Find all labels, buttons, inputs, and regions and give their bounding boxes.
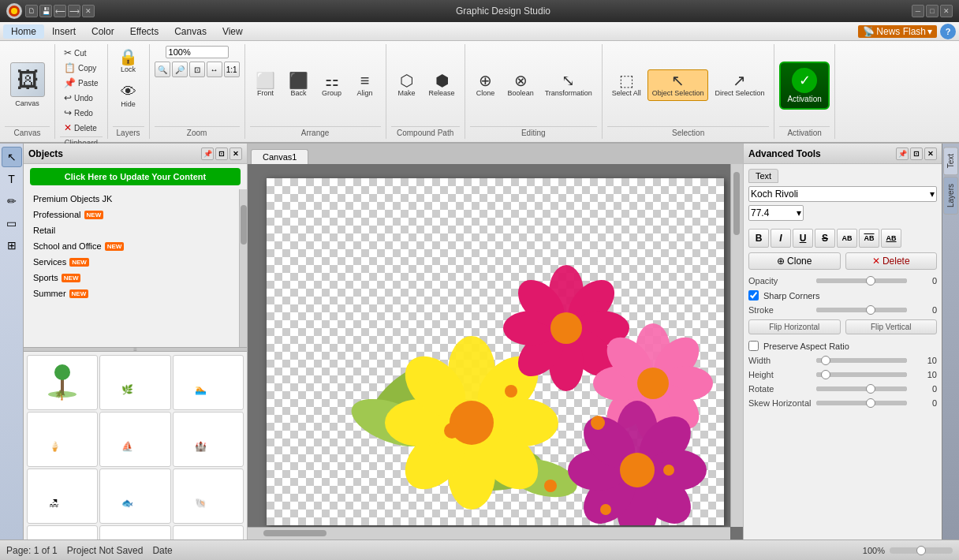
bold-button[interactable]: B: [748, 229, 769, 248]
preserve-aspect-label[interactable]: Preserve Aspect Ratio: [763, 342, 849, 351]
activation-button[interactable]: ✓ Activation: [779, 62, 829, 110]
group-button[interactable]: ⚏ Group: [316, 69, 348, 101]
delete-action-button[interactable]: ✕ Delete: [845, 252, 938, 270]
menu-insert[interactable]: Insert: [44, 24, 84, 39]
sidebar-tab-layers[interactable]: Layers: [943, 177, 958, 215]
caps-button[interactable]: AB: [881, 229, 901, 248]
flip-horizontal-button[interactable]: Flip Horizontal: [748, 319, 841, 334]
rotate-slider[interactable]: [816, 386, 907, 391]
stroke-slider[interactable]: [816, 308, 907, 312]
menu-color[interactable]: Color: [84, 24, 122, 39]
panel-pin-button[interactable]: 📌: [201, 147, 214, 160]
lock-button[interactable]: 🔒 Lock: [113, 46, 144, 77]
thumbnail-item[interactable]: 🏰: [173, 412, 244, 467]
flip-vertical-button[interactable]: Flip Vertical: [845, 319, 938, 334]
window-controls[interactable]: ─ □ ✕: [912, 5, 953, 17]
design-canvas[interactable]: [267, 178, 724, 525]
menu-canvas[interactable]: Canvas: [166, 24, 215, 39]
cut-button[interactable]: ✂ Cut: [60, 46, 91, 60]
list-item[interactable]: Sports NEW: [24, 270, 247, 286]
redo-button[interactable]: ↪ Redo: [60, 106, 97, 120]
undo-button[interactable]: ↩ Undo: [60, 91, 97, 105]
hide-button[interactable]: 👁 Hide: [113, 80, 144, 112]
list-item[interactable]: School and Office NEW: [24, 238, 247, 254]
window-btn[interactable]: 💾: [39, 5, 52, 17]
release-button[interactable]: ⬢ Release: [424, 69, 460, 101]
zoom-status-slider[interactable]: [890, 547, 953, 554]
panel-close-button[interactable]: ✕: [924, 147, 937, 160]
canvas-tab[interactable]: Canvas1: [251, 149, 308, 164]
thumbnail-item[interactable]: 🦪: [99, 525, 170, 539]
height-slider[interactable]: [816, 372, 907, 377]
thumbnail-item[interactable]: 🐚: [27, 525, 98, 539]
window-btn[interactable]: ⟵: [54, 5, 66, 17]
panel-close-button[interactable]: ✕: [229, 147, 242, 160]
list-item[interactable]: Retail: [24, 222, 247, 238]
window-btn[interactable]: ✕: [82, 5, 95, 17]
strikethrough-button[interactable]: S: [815, 229, 835, 248]
front-button[interactable]: ⬜ Front: [250, 69, 282, 101]
window-btn[interactable]: 🗋: [25, 5, 38, 17]
zoom-in-button[interactable]: 🔍: [155, 62, 170, 77]
menu-view[interactable]: View: [215, 24, 251, 39]
paste-button[interactable]: 📌 Paste: [60, 76, 103, 90]
thumbnail-item[interactable]: 🏖: [27, 469, 98, 524]
list-item[interactable]: Summer NEW: [24, 286, 247, 301]
select-all-button[interactable]: ⬚ Select All: [607, 69, 646, 101]
skew-h-slider[interactable]: [816, 401, 907, 405]
zoom-fit-button[interactable]: ⊡: [189, 62, 205, 77]
vertical-scrollbar[interactable]: [730, 164, 743, 527]
sidebar-shape-tool[interactable]: ▭: [2, 213, 22, 233]
close-button[interactable]: ✕: [940, 5, 953, 17]
sidebar-select-tool[interactable]: ↖: [2, 147, 22, 167]
zoom-100-button[interactable]: 1:1: [224, 62, 240, 77]
make-button[interactable]: ⬡ Make: [391, 69, 423, 101]
sidebar-text-tool[interactable]: T: [2, 169, 22, 189]
zoom-width-button[interactable]: ↔: [207, 62, 222, 77]
help-button[interactable]: ?: [940, 24, 956, 39]
list-item[interactable]: Premium Objects JK: [24, 191, 247, 207]
minimize-button[interactable]: ─: [912, 5, 924, 17]
panel-float-button[interactable]: ⊡: [910, 147, 923, 160]
thumbnail-item[interactable]: 🏊: [173, 355, 244, 410]
window-btn[interactable]: ⟶: [68, 5, 80, 17]
thumbnail-item[interactable]: 🌴: [27, 355, 98, 410]
thumbnail-item[interactable]: 🌺: [173, 525, 244, 539]
thumbnail-item[interactable]: 🍦: [27, 412, 98, 467]
thumbnail-item[interactable]: 🐚: [173, 469, 244, 524]
direct-selection-button[interactable]: ↗ Direct Selection: [710, 69, 769, 101]
width-slider[interactable]: [816, 358, 907, 363]
opacity-slider[interactable]: [816, 278, 907, 283]
panel-float-button[interactable]: ⊡: [215, 147, 228, 160]
underline-button[interactable]: U: [793, 229, 813, 248]
panel-pin-button[interactable]: 📌: [896, 147, 909, 160]
canvas-viewport[interactable]: [248, 164, 743, 539]
news-flash-button[interactable]: 📡 News Flash ▾: [858, 25, 937, 38]
sharp-corners-checkbox[interactable]: [748, 290, 759, 301]
menu-home[interactable]: Home: [3, 24, 44, 39]
boolean-button[interactable]: ⊗ Boolean: [503, 69, 539, 101]
maximize-button[interactable]: □: [926, 5, 938, 17]
sidebar-crop-tool[interactable]: ⊞: [2, 235, 22, 256]
clone-button[interactable]: ⊕ Clone: [748, 252, 841, 270]
canvas-button[interactable]: 🖼 Canvas: [6, 59, 50, 111]
zoom-out-button[interactable]: 🔎: [172, 62, 188, 77]
text-tab[interactable]: Text: [748, 169, 778, 183]
object-selection-button[interactable]: ↖ Object Selection: [647, 69, 709, 101]
update-content-button[interactable]: Click Here to Update Your Content: [30, 168, 241, 185]
back-button[interactable]: ⬛ Back: [283, 69, 315, 101]
zoom-input[interactable]: 100%: [166, 46, 229, 58]
list-item[interactable]: Professional NEW: [24, 207, 247, 222]
horizontal-scrollbar[interactable]: [248, 527, 730, 539]
font-selector[interactable]: Koch Rivoli ▾: [748, 186, 937, 202]
list-item[interactable]: Services NEW: [24, 254, 247, 270]
menu-effects[interactable]: Effects: [122, 24, 166, 39]
font-size-selector[interactable]: 77.4 ▾: [748, 205, 804, 221]
thumbnail-item[interactable]: 🐟: [99, 469, 170, 524]
preserve-aspect-checkbox[interactable]: [748, 341, 759, 351]
thumbnail-item[interactable]: ⛵: [99, 412, 170, 467]
thumbnail-item[interactable]: 🌿: [99, 355, 170, 410]
italic-button[interactable]: I: [771, 229, 791, 248]
align-button[interactable]: ≡ Align: [349, 69, 381, 101]
allcaps-button[interactable]: AB: [837, 229, 857, 248]
